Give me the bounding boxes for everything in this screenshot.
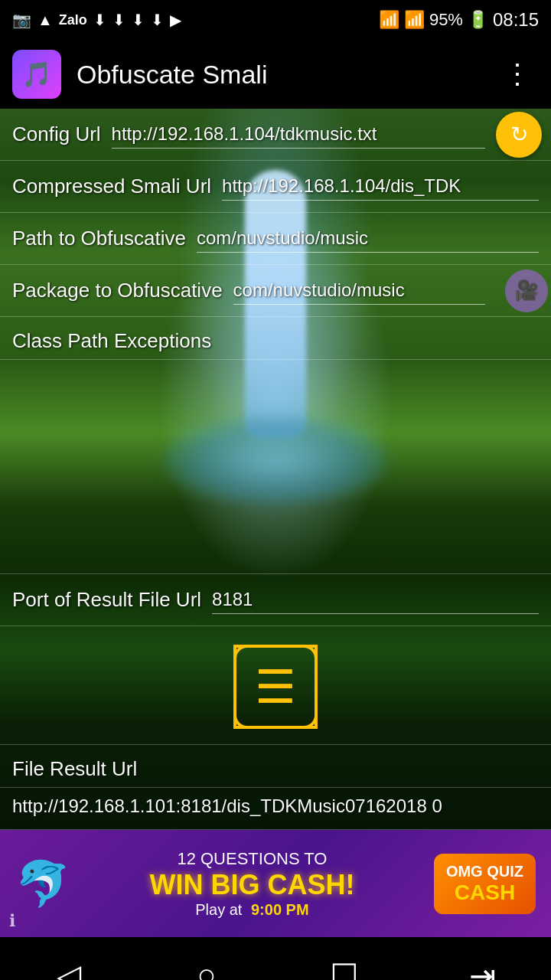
path-obfuscative-label: Path to Obfuscative	[12, 227, 186, 250]
app-icon: 🎵	[12, 50, 61, 99]
status-bar-left: 📷 ▲ Zalo ⬇ ⬇ ⬇ ⬇ ▶	[12, 11, 181, 29]
overflow-menu-button[interactable]: ⋮	[497, 52, 539, 96]
time: 08:15	[493, 9, 539, 31]
ad-play-at-text: Play at	[195, 901, 242, 918]
compressed-smali-label: Compressed Smali Url	[12, 175, 211, 198]
refresh-button[interactable]: ↻	[496, 112, 542, 158]
ad-omg-box: OMG QUIZ CASH	[434, 854, 536, 914]
back-icon: ◁	[57, 957, 81, 981]
package-obfuscative-row: Package to Obfuscative 🎥	[0, 265, 551, 317]
port-label: Port of Result File Url	[12, 588, 201, 612]
ad-uc-logo: 🐬	[15, 858, 70, 910]
share-button[interactable]: ⇥	[452, 945, 513, 980]
form-container: Config Url ↻ Compressed Smali Url Path t…	[0, 109, 551, 830]
compressed-smali-row: Compressed Smali Url	[0, 161, 551, 213]
path-obfuscative-row: Path to Obfuscative	[0, 213, 551, 265]
zalo-icon: Zalo	[59, 12, 87, 28]
scan-corner-bl	[233, 714, 249, 729]
empty-area	[0, 360, 551, 574]
nav-bar: ◁ ○ ☐ ⇥	[0, 937, 551, 980]
file-result-section: File Result Url	[0, 745, 551, 788]
share-icon: ⇥	[469, 957, 496, 981]
refresh-icon: ↻	[510, 122, 528, 147]
ad-content: 🐬 12 QUESTIONS TO WIN BIG CASH! Play at …	[0, 849, 551, 919]
ad-play-time: Play at 9:00 PM	[70, 901, 434, 919]
config-url-row: Config Url ↻	[0, 109, 551, 161]
package-obfuscative-input[interactable]	[233, 276, 485, 305]
class-path-exceptions-label: Class Path Exceptions	[12, 329, 211, 352]
home-icon: ○	[197, 957, 216, 980]
home-button[interactable]: ○	[176, 945, 237, 980]
battery-percent: 95%	[429, 10, 463, 30]
ad-omg-label: OMG QUIZ	[446, 863, 523, 880]
file-result-url: http://192.168.1.101:8181/dis_TDKMusic07…	[0, 788, 551, 830]
scan-button-area: ☰	[0, 626, 551, 745]
ad-info-icon: ℹ	[9, 911, 15, 931]
wifi-icon: 📶	[379, 10, 399, 30]
battery-icon: 🔋	[468, 10, 488, 30]
scan-button[interactable]: ☰	[233, 645, 318, 729]
recents-button[interactable]: ☐	[314, 945, 375, 980]
ad-banner[interactable]: 🐬 12 QUESTIONS TO WIN BIG CASH! Play at …	[0, 830, 551, 937]
scan-icon: ☰	[255, 660, 296, 714]
config-url-input[interactable]	[112, 120, 485, 149]
port-input[interactable]	[212, 586, 539, 614]
app-bar: 🎵 Obfuscate Smali ⋮	[0, 40, 551, 109]
ad-time-text: 9:00 PM	[251, 901, 309, 918]
download4-icon: ⬇	[151, 11, 164, 29]
ad-win-text: WIN BIG CASH!	[70, 869, 434, 901]
camera-icon: 📷	[12, 11, 31, 29]
download3-icon: ⬇	[132, 11, 145, 29]
status-bar: 📷 ▲ Zalo ⬇ ⬇ ⬇ ⬇ ▶ 📶 📶 95% 🔋 08:15	[0, 0, 551, 40]
ad-questions-text: 12 QUESTIONS TO	[70, 849, 434, 869]
content-area: Config Url ↻ Compressed Smali Url Path t…	[0, 109, 551, 830]
drive-icon: ▲	[37, 11, 53, 29]
ad-text-center: 12 QUESTIONS TO WIN BIG CASH! Play at 9:…	[70, 849, 434, 919]
file-result-label: File Result Url	[12, 757, 137, 780]
app-title: Obfuscate Smali	[77, 60, 497, 90]
download1-icon: ⬇	[93, 11, 106, 29]
class-path-exceptions-row: Class Path Exceptions	[0, 317, 551, 360]
play-icon: ▶	[170, 11, 181, 29]
ad-omg-cash-label: CASH	[446, 880, 523, 905]
package-obfuscative-label: Package to Obfuscative	[12, 279, 223, 302]
path-obfuscative-input[interactable]	[197, 224, 539, 253]
signal-icon: 📶	[404, 10, 425, 30]
package-action-button[interactable]: 🎥	[505, 270, 548, 312]
recents-icon: ☐	[330, 957, 359, 981]
scan-corner-tr	[302, 645, 318, 660]
package-action-icon: 🎥	[514, 279, 539, 302]
config-url-label: Config Url	[12, 122, 101, 146]
compressed-smali-input[interactable]	[222, 172, 539, 201]
back-button[interactable]: ◁	[38, 945, 99, 980]
scan-corner-br	[302, 714, 318, 729]
status-bar-right: 📶 📶 95% 🔋 08:15	[379, 9, 539, 31]
scan-corner-tl	[233, 645, 249, 660]
port-row: Port of Result File Url	[0, 574, 551, 626]
download2-icon: ⬇	[112, 11, 126, 29]
